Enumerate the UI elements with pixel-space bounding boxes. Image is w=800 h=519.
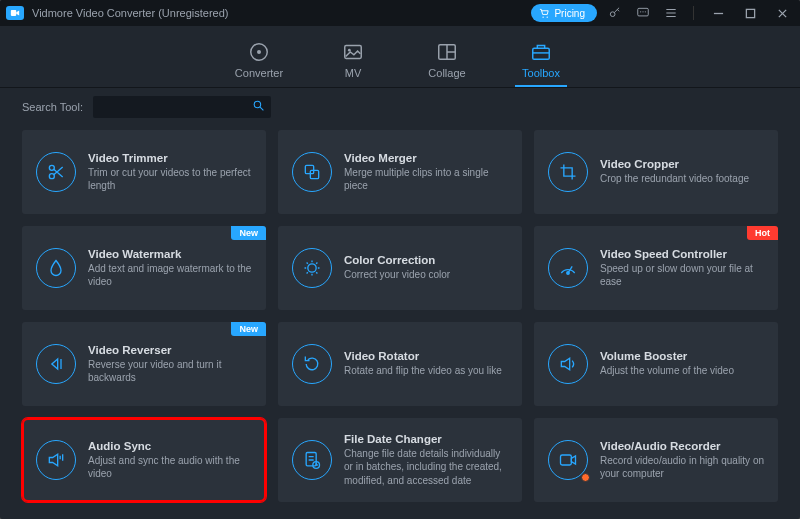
title-bar: Vidmore Video Converter (Unregistered) P…	[0, 0, 800, 26]
tool-text: Video WatermarkAdd text and image waterm…	[88, 248, 252, 289]
tool-title: Video Speed Controller	[600, 248, 764, 260]
tool-title: Video Rotator	[344, 350, 502, 362]
pricing-label: Pricing	[554, 8, 585, 19]
pricing-button[interactable]: Pricing	[531, 4, 597, 22]
tool-desc: Trim or cut your videos to the perfect l…	[88, 166, 252, 193]
close-button[interactable]	[770, 3, 794, 23]
svg-point-7	[645, 11, 646, 12]
badge-new: New	[231, 226, 266, 240]
nav-label: Converter	[235, 67, 283, 79]
feedback-icon[interactable]	[633, 3, 653, 23]
nav-mv[interactable]: MV	[327, 41, 379, 87]
reverse-icon	[36, 344, 76, 384]
tool-desc: Speed up or slow down your file at ease	[600, 262, 764, 289]
tool-desc: Correct your video color	[344, 268, 450, 282]
audiosync-icon	[36, 440, 76, 480]
speed-icon	[548, 248, 588, 288]
converter-icon	[248, 41, 270, 63]
svg-point-1	[543, 16, 544, 17]
tool-card-recorder[interactable]: Video/Audio RecorderRecord video/audio i…	[534, 418, 778, 502]
tool-title: File Date Changer	[344, 433, 508, 445]
tool-text: Video Speed ControllerSpeed up or slow d…	[600, 248, 764, 289]
watermark-icon	[36, 248, 76, 288]
tool-title: Volume Booster	[600, 350, 734, 362]
rotate-icon	[292, 344, 332, 384]
filedate-icon	[292, 440, 332, 480]
maximize-button[interactable]	[738, 3, 762, 23]
tool-desc: Rotate and flip the video as you like	[344, 364, 502, 378]
tool-desc: Merge multiple clips into a single piece	[344, 166, 508, 193]
svg-rect-8	[746, 9, 754, 17]
search-row: Search Tool:	[0, 88, 800, 126]
tool-grid: Video TrimmerTrim or cut your videos to …	[0, 126, 800, 519]
search-input[interactable]	[99, 96, 252, 118]
tool-card-crop[interactable]: Video CropperCrop the redundant video fo…	[534, 130, 778, 214]
notification-dot	[581, 473, 590, 482]
svg-point-10	[257, 50, 261, 54]
svg-point-15	[254, 101, 260, 108]
tool-card-volume[interactable]: Volume BoosterAdjust the volume of the v…	[534, 322, 778, 406]
tool-card-rotate[interactable]: Video RotatorRotate and flip the video a…	[278, 322, 522, 406]
nav-converter[interactable]: Converter	[233, 41, 285, 87]
nav-toolbox[interactable]: Toolbox	[515, 41, 567, 87]
cart-icon	[539, 8, 550, 19]
search-icon[interactable]	[252, 99, 265, 115]
tool-title: Video Cropper	[600, 158, 749, 170]
toolbox-icon	[530, 41, 552, 63]
tool-desc: Adjust and sync the audio with the video	[88, 454, 252, 481]
tool-title: Video Watermark	[88, 248, 252, 260]
tool-card-watermark[interactable]: NewVideo WatermarkAdd text and image wat…	[22, 226, 266, 310]
tool-title: Video/Audio Recorder	[600, 440, 764, 452]
svg-point-3	[610, 12, 615, 17]
search-label: Search Tool:	[22, 101, 83, 113]
main-nav: Converter MV Collage Toolbox	[0, 26, 800, 88]
tool-text: Video CropperCrop the redundant video fo…	[600, 158, 749, 186]
tool-card-filedate[interactable]: File Date ChangerChange file date detail…	[278, 418, 522, 502]
minimize-button[interactable]	[706, 3, 730, 23]
tool-text: Video TrimmerTrim or cut your videos to …	[88, 152, 252, 193]
tool-desc: Change file date details individually or…	[344, 447, 508, 488]
nav-label: MV	[345, 67, 362, 79]
tool-desc: Adjust the volume of the video	[600, 364, 734, 378]
tool-text: Volume BoosterAdjust the volume of the v…	[600, 350, 734, 378]
nav-label: Collage	[428, 67, 465, 79]
svg-point-5	[640, 11, 641, 12]
tool-card-speed[interactable]: HotVideo Speed ControllerSpeed up or slo…	[534, 226, 778, 310]
tool-title: Video Reverser	[88, 344, 252, 356]
badge-new: New	[231, 322, 266, 336]
nav-label: Toolbox	[522, 67, 560, 79]
tool-card-scissors[interactable]: Video TrimmerTrim or cut your videos to …	[22, 130, 266, 214]
crop-icon	[548, 152, 588, 192]
tool-text: Audio SyncAdjust and sync the audio with…	[88, 440, 252, 481]
tool-desc: Crop the redundant video footage	[600, 172, 749, 186]
nav-collage[interactable]: Collage	[421, 41, 473, 87]
scissors-icon	[36, 152, 76, 192]
tool-desc: Add text and image watermark to the vide…	[88, 262, 252, 289]
svg-rect-14	[533, 48, 550, 59]
tool-text: Color CorrectionCorrect your video color	[344, 254, 450, 282]
tool-card-reverse[interactable]: NewVideo ReverserReverse your video and …	[22, 322, 266, 406]
collage-icon	[436, 41, 458, 63]
tool-card-audiosync[interactable]: Audio SyncAdjust and sync the audio with…	[22, 418, 266, 502]
svg-point-2	[547, 16, 548, 17]
app-window: Vidmore Video Converter (Unregistered) P…	[0, 0, 800, 519]
tool-card-merge[interactable]: Video MergerMerge multiple clips into a …	[278, 130, 522, 214]
tool-title: Video Trimmer	[88, 152, 252, 164]
volume-icon	[548, 344, 588, 384]
svg-point-6	[642, 11, 643, 12]
tool-text: Video MergerMerge multiple clips into a …	[344, 152, 508, 193]
tool-text: Video ReverserReverse your video and tur…	[88, 344, 252, 385]
tool-text: Video RotatorRotate and flip the video a…	[344, 350, 502, 378]
badge-hot: Hot	[747, 226, 778, 240]
key-icon[interactable]	[605, 3, 625, 23]
app-logo-icon	[6, 6, 24, 20]
divider	[693, 6, 694, 20]
menu-icon[interactable]	[661, 3, 681, 23]
svg-rect-0	[11, 10, 16, 16]
search-box[interactable]	[93, 96, 271, 118]
tool-title: Color Correction	[344, 254, 450, 266]
app-title: Vidmore Video Converter (Unregistered)	[32, 7, 228, 19]
tool-card-color[interactable]: Color CorrectionCorrect your video color	[278, 226, 522, 310]
tool-text: Video/Audio RecorderRecord video/audio i…	[600, 440, 764, 481]
tool-desc: Reverse your video and turn it backwards	[88, 358, 252, 385]
